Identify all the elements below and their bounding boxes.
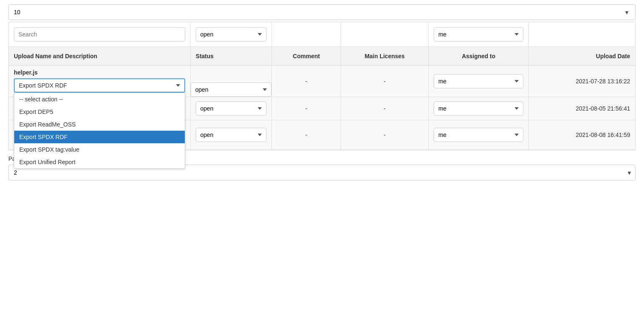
dropdown-item-dep5[interactable]: Export DEP5: [14, 106, 185, 118]
action-select-1[interactable]: -- select action -- Export DEP5 Export R…: [14, 78, 185, 93]
col-header-licenses: Main Licenses: [341, 47, 428, 66]
assigned-cell-3: me: [429, 120, 529, 150]
dropdown-item-spdx-tag[interactable]: Export SPDX tag:value: [14, 143, 185, 156]
col-header-name: Upload Name and Description: [9, 47, 191, 66]
status-cell-2: open: [191, 97, 272, 120]
licenses-cell-2: -: [341, 97, 428, 120]
upload-name-1: helper.js: [14, 69, 185, 76]
col-header-comment: Comment: [272, 47, 341, 66]
per-page-row: 10 25 50 100: [8, 4, 636, 20]
per-page-select[interactable]: 10 25 50 100: [14, 9, 630, 15]
date-cell-3: 2021-08-08 16:41:59: [529, 120, 635, 150]
assigned-filter-cell: me anyone unassigned: [429, 22, 529, 47]
name-action-cell-1: helper.js -- select action -- Export DEP…: [9, 66, 191, 97]
row-assigned-select-3[interactable]: me: [434, 128, 523, 142]
row-status-select-1[interactable]: open: [191, 83, 272, 97]
status-cell-1: open: [191, 66, 272, 97]
row-assigned-select-1[interactable]: me: [434, 74, 523, 88]
col-header-status: Status: [191, 47, 272, 66]
table-header-row: Upload Name and Description Status Comme…: [9, 47, 635, 66]
per-page-wrapper: 10 25 50 100: [14, 9, 630, 15]
dropdown-item-readme[interactable]: Export ReadMe_OSS: [14, 118, 185, 131]
date-cell-1: 2021-07-28 13:16:22: [529, 66, 635, 97]
col-header-assigned: Assigned to: [429, 47, 529, 66]
assigned-filter-select[interactable]: me anyone unassigned: [434, 27, 523, 41]
row-status-select-2[interactable]: open: [196, 101, 266, 116]
status-filter-cell: open closed in progress: [191, 22, 272, 47]
dropdown-item-spdx-rdf[interactable]: Export SPDX RDF: [14, 131, 185, 143]
status-cell-3: open: [191, 120, 272, 150]
search-cell: [9, 22, 191, 47]
dropdown-item-select-action[interactable]: -- select action --: [14, 93, 185, 106]
main-table-wrapper: open closed in progress me anyone unassi…: [8, 22, 636, 150]
comment-cell-3: -: [272, 120, 341, 150]
assigned-cell-2: me: [429, 97, 529, 120]
action-dropdown-container-1: -- select action -- Export DEP5 Export R…: [14, 78, 185, 93]
date-filter-cell: [529, 22, 635, 47]
comment-cell-2: -: [272, 97, 341, 120]
comment-cell-1: -: [272, 66, 341, 97]
assigned-cell-1: me: [429, 66, 529, 97]
uploads-table: open closed in progress me anyone unassi…: [9, 22, 635, 150]
table-row: helper.js -- select action -- Export DEP…: [9, 66, 635, 97]
comment-filter-cell: [272, 22, 341, 47]
licenses-cell-1: -: [341, 66, 428, 97]
dropdown-item-unified[interactable]: Export Unified Report: [14, 156, 185, 168]
licenses-filter-cell: [341, 22, 428, 47]
filter-row: open closed in progress me anyone unassi…: [9, 22, 635, 47]
date-cell-2: 2021-08-05 21:56:41: [529, 97, 635, 120]
licenses-cell-3: -: [341, 120, 428, 150]
row-status-select-3[interactable]: open: [196, 128, 266, 142]
status-filter-select[interactable]: open closed in progress: [196, 27, 266, 41]
col-header-date: Upload Date: [529, 47, 635, 66]
row-assigned-select-2[interactable]: me: [434, 101, 523, 116]
search-input[interactable]: [14, 27, 185, 41]
dropdown-menu-1: -- select action -- Export DEP5 Export R…: [14, 93, 185, 169]
